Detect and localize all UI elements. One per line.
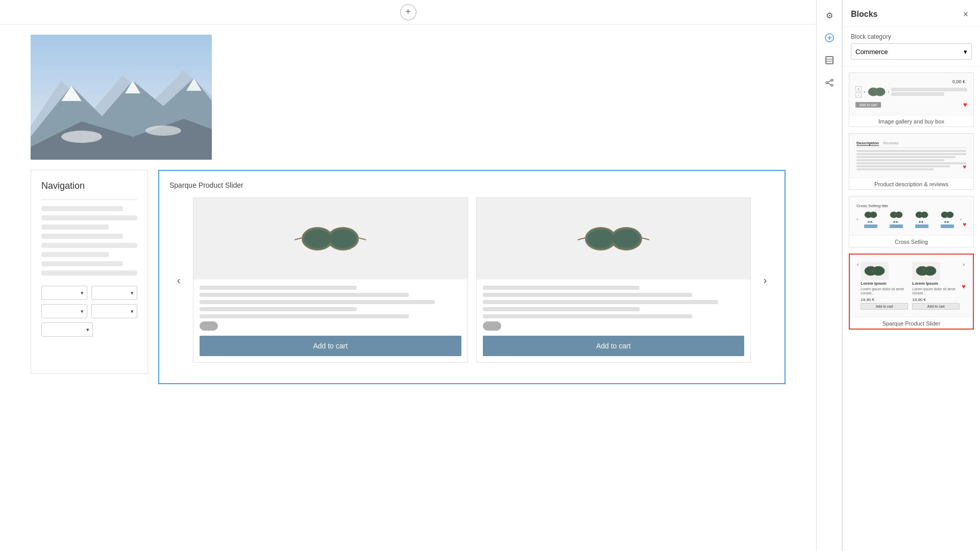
navigation-title: Navigation — [41, 181, 137, 191]
right-sidebar: Blocks × Block category Commerce ▾ 0,00 … — [842, 0, 980, 551]
nav-skeleton — [41, 270, 137, 276]
svg-point-21 — [587, 230, 614, 248]
nav-skeleton — [41, 224, 109, 230]
card-skeleton — [200, 314, 409, 318]
nav-skeleton — [41, 243, 137, 248]
nav-skeleton — [41, 261, 123, 266]
svg-point-7 — [61, 131, 102, 143]
block-label-sparque: Sparque Product Slider — [850, 317, 973, 329]
sparque-next-arrow[interactable]: › — [963, 262, 964, 267]
blocks-list: 0,00 € + - ‹ — [843, 66, 980, 551]
sparque-product-2-name: Lorem Ipsum — [912, 281, 960, 286]
card-skeleton — [200, 300, 435, 304]
svg-point-22 — [613, 230, 640, 248]
svg-line-33 — [828, 83, 831, 85]
heart-icon: ♥ — [963, 101, 967, 109]
blocks-panel-title: Blocks — [851, 10, 877, 19]
nav-skeleton — [41, 234, 123, 239]
close-panel-button[interactable]: × — [960, 8, 972, 20]
block-product-description[interactable]: Description Reviews ♥ Product — [849, 133, 974, 190]
side-icon-bar: ⚙ — [817, 0, 842, 551]
svg-rect-26 — [826, 57, 833, 64]
svg-point-8 — [145, 126, 181, 136]
card-skeleton — [200, 293, 409, 297]
block-image-gallery[interactable]: 0,00 € + - ‹ — [849, 72, 974, 127]
nav-skeleton — [41, 252, 109, 257]
heart-icon-sparque: ♥ — [962, 283, 966, 290]
nav-dropdown-4[interactable]: ▾ — [91, 304, 137, 318]
share-icon[interactable] — [820, 73, 839, 92]
card-toggle — [200, 321, 218, 331]
main-canvas: + — [0, 0, 817, 551]
card-skeleton — [483, 286, 640, 290]
block-label-description: Product description & reviews — [849, 178, 973, 189]
svg-point-29 — [831, 79, 833, 81]
nav-dropdown-2[interactable]: ▾ — [91, 286, 137, 300]
add-to-cart-button-2[interactable]: Add to cart — [483, 336, 745, 356]
add-to-cart-button-1[interactable]: Add to cart — [200, 336, 461, 356]
svg-line-13 — [358, 238, 366, 240]
card-toggle — [483, 321, 501, 331]
sparque-product-1: Lorem Ipsum Lorem ipsum dolor sit amet c… — [861, 262, 908, 310]
svg-point-30 — [826, 82, 828, 84]
card-skeleton — [483, 293, 692, 297]
card-skeleton — [483, 300, 718, 304]
mountain-section — [31, 35, 786, 160]
sparque-add-cart-1[interactable]: Add to cart — [861, 303, 908, 310]
product-card-1: Add to cart — [193, 197, 468, 363]
sparque-product-2-price: 19,90 € — [912, 297, 960, 302]
nav-dropdown-3[interactable]: ▾ — [41, 304, 87, 318]
slider-title: Sparque Product Slider — [169, 181, 774, 189]
add-section-button[interactable]: + — [400, 4, 416, 20]
plus-circle-icon: + — [405, 7, 411, 17]
mountain-image — [31, 35, 212, 160]
sparque-add-cart-2[interactable]: Add to cart — [912, 303, 960, 310]
svg-line-19 — [578, 238, 585, 240]
sparque-product-1-price: 19,90 € — [861, 297, 908, 302]
block-category-label: Block category — [851, 33, 972, 40]
sparque-product-2: Lorem Ipsum Lorem ipsum dolor sit amet c… — [912, 262, 960, 310]
top-add-bar: + — [0, 0, 816, 24]
sparque-prev-arrow[interactable]: ‹ — [857, 262, 859, 267]
svg-line-20 — [642, 238, 649, 240]
heart-icon-desc: ♥ — [963, 163, 966, 170]
product-slider-block: Sparque Product Slider ‹ — [158, 170, 786, 384]
card-skeleton — [483, 307, 640, 311]
svg-line-32 — [828, 81, 831, 82]
nav-dropdown-5[interactable]: ▾ — [41, 322, 93, 337]
heart-icon-cross: ♥ — [963, 221, 966, 228]
card-skeleton — [483, 314, 692, 318]
nav-divider — [41, 199, 137, 200]
sparque-product-2-desc: Lorem ipsum dolor sit amet conset... — [912, 287, 960, 296]
navigation-block: Navigation ▾ — [31, 170, 148, 374]
card-skeleton — [200, 307, 357, 311]
svg-point-31 — [831, 84, 833, 86]
card-skeleton — [200, 286, 357, 290]
layers-icon[interactable] — [820, 51, 839, 69]
slider-next-arrow[interactable]: › — [756, 271, 774, 289]
sparque-product-1-desc: Lorem ipsum dolor sit amet conset... — [861, 287, 908, 296]
block-label-cross-selling: Cross Selling — [849, 236, 973, 247]
nav-skeleton — [41, 206, 123, 211]
block-label-image-gallery: Image gallery and buy box — [849, 115, 973, 127]
block-category-select[interactable]: Commerce ▾ — [851, 43, 972, 60]
slider-prev-arrow[interactable]: ‹ — [169, 271, 188, 289]
svg-point-14 — [304, 230, 331, 248]
add-blocks-icon[interactable] — [820, 29, 839, 47]
sparque-product-1-name: Lorem Ipsum — [861, 281, 908, 286]
nav-skeleton — [41, 215, 137, 220]
nav-dropdown-1[interactable]: ▾ — [41, 286, 87, 300]
block-sparque-slider[interactable]: ‹ Lorem Ipsum L — [849, 254, 974, 330]
block-cross-selling[interactable]: Cross Selling title ‹ — [849, 196, 974, 247]
settings-icon[interactable]: ⚙ — [820, 6, 839, 24]
svg-line-12 — [295, 238, 302, 240]
svg-point-15 — [330, 230, 356, 248]
product-card-2: Add to cart — [476, 197, 751, 363]
